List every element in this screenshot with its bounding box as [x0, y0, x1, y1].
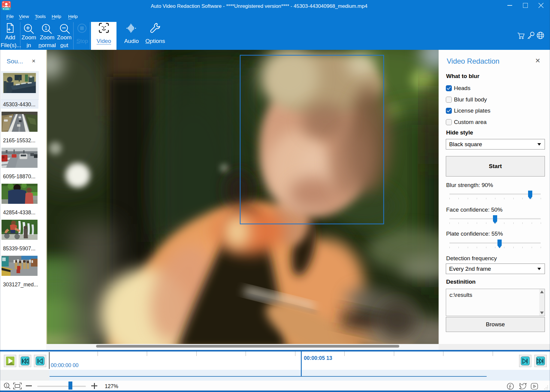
svg-text:1: 1	[44, 25, 47, 31]
svg-text:1: 1	[6, 384, 8, 387]
svg-text:AVR: AVR	[5, 8, 9, 10]
